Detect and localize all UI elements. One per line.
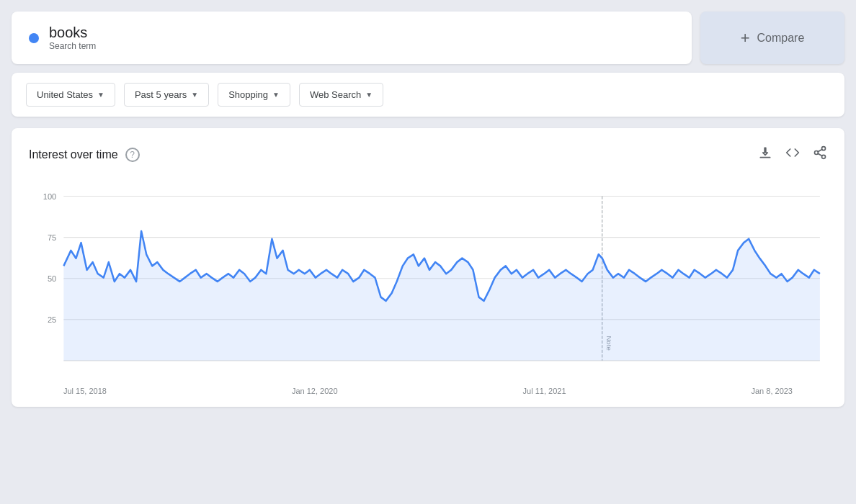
chart-header: Interest over time ? bbox=[29, 145, 827, 163]
filter-location-label: United States bbox=[37, 89, 93, 100]
chart-actions bbox=[758, 145, 827, 163]
chart-title-group: Interest over time ? bbox=[29, 148, 140, 162]
search-term-name: books bbox=[49, 24, 96, 41]
svg-text:100: 100 bbox=[43, 192, 56, 201]
compare-plus: + bbox=[741, 29, 750, 48]
compare-label: Compare bbox=[757, 32, 805, 45]
search-term-text: books Search term bbox=[49, 24, 96, 51]
filter-time-label: Past 5 years bbox=[135, 89, 187, 100]
x-labels: Jul 15, 2018 Jan 12, 2020 Jul 11, 2021 J… bbox=[29, 382, 827, 395]
chevron-down-icon: ▼ bbox=[272, 91, 280, 99]
embed-icon[interactable] bbox=[785, 145, 800, 163]
x-label-2: Jan 12, 2020 bbox=[292, 387, 338, 395]
svg-text:50: 50 bbox=[48, 274, 56, 283]
filter-bar: United States ▼ Past 5 years ▼ Shopping … bbox=[12, 73, 844, 117]
chevron-down-icon: ▼ bbox=[191, 91, 198, 99]
top-section: books Search term + Compare bbox=[12, 12, 844, 64]
svg-text:25: 25 bbox=[48, 315, 56, 324]
filter-search-type-label: Web Search bbox=[310, 89, 361, 100]
filter-category[interactable]: Shopping ▼ bbox=[218, 83, 290, 107]
download-icon[interactable] bbox=[758, 145, 772, 163]
share-icon[interactable] bbox=[813, 145, 827, 163]
chart-title: Interest over time bbox=[29, 148, 118, 161]
filter-search-type[interactable]: Web Search ▼ bbox=[299, 83, 383, 107]
svg-line-4 bbox=[818, 149, 822, 151]
x-label-3: Jul 11, 2021 bbox=[523, 387, 566, 395]
filter-category-label: Shopping bbox=[228, 89, 268, 100]
svg-line-3 bbox=[818, 153, 822, 156]
filter-time[interactable]: Past 5 years ▼ bbox=[124, 83, 209, 107]
compare-card[interactable]: + Compare bbox=[700, 12, 844, 64]
x-label-1: Jul 15, 2018 bbox=[63, 387, 107, 395]
x-label-4: Jan 8, 2023 bbox=[752, 387, 793, 395]
filter-location[interactable]: United States ▼ bbox=[26, 83, 115, 107]
chart-svg: 100 75 50 25 Note bbox=[29, 181, 827, 382]
svg-text:75: 75 bbox=[48, 233, 56, 242]
chart-card: Interest over time ? bbox=[12, 128, 844, 407]
search-term-label: Search term bbox=[49, 41, 96, 51]
chevron-down-icon: ▼ bbox=[365, 91, 373, 99]
chart-container: 100 75 50 25 Note bbox=[29, 181, 827, 382]
chevron-down-icon: ▼ bbox=[97, 91, 104, 99]
help-icon[interactable]: ? bbox=[125, 148, 140, 162]
search-dot bbox=[29, 33, 39, 43]
search-term-card: books Search term bbox=[12, 12, 692, 64]
